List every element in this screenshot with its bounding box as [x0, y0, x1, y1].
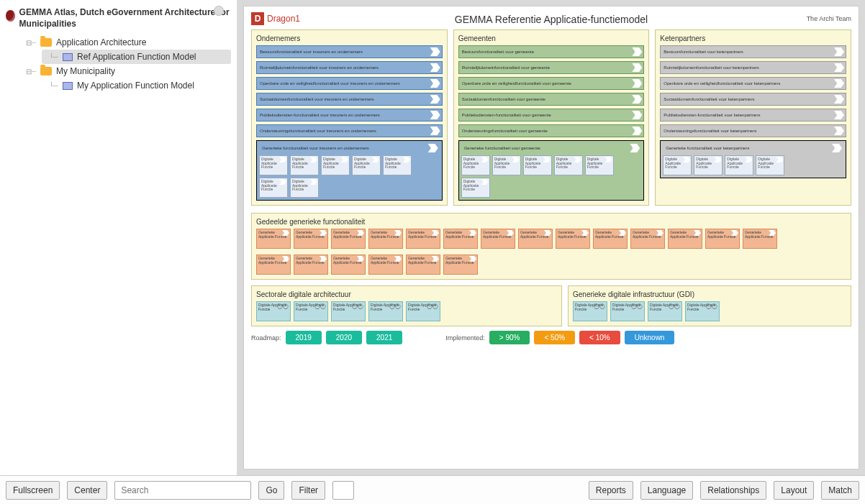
generic-function[interactable]: Generieke Applicatie Functie — [556, 229, 590, 249]
function-bar[interactable]: Ruimtelijkdomeinfunctionaliteit voor gem… — [458, 61, 645, 74]
filter-button[interactable]: Filter — [291, 481, 325, 500]
digital-function[interactable]: Digitale Applicatie Functie◯◯ — [331, 301, 366, 321]
function-bar[interactable]: Publieksdiensten-functionaliteit voor in… — [256, 109, 443, 122]
generic-function[interactable]: Generieke Applicatie Functie — [481, 229, 515, 249]
digital-function[interactable]: Digitale Applicatie Functie◯◯ — [256, 301, 291, 321]
mini-function[interactable]: Digitale Applicatie Functie — [259, 155, 288, 175]
mini-function[interactable]: Digitale Applicatie Functie — [725, 155, 753, 175]
generic-function[interactable]: Generieke Applicatie Functie — [443, 255, 478, 275]
mini-function[interactable]: Digitale Applicatie Functie — [290, 178, 319, 198]
digital-function[interactable]: Digitale Applicatie Functie◯◯ — [573, 301, 607, 321]
root-title: GEMMA Atlas, Dutch eGovernment Architect… — [19, 7, 231, 29]
search-input[interactable] — [114, 481, 251, 500]
generic-function[interactable]: Generieke Applicatie Functie — [368, 229, 403, 249]
arrow-icon — [357, 256, 364, 262]
roadmap-year[interactable]: 2019 — [286, 331, 322, 344]
fullscreen-button[interactable]: Fullscreen — [6, 481, 60, 500]
arrow-icon — [605, 157, 612, 162]
generic-function[interactable]: Generieke Applicatie Functie — [294, 229, 328, 249]
generic-function[interactable]: Generieke Applicatie Functie — [331, 229, 366, 249]
function-bar[interactable]: Ondersteuningsfunctionaliteit voor keten… — [660, 124, 846, 137]
impl-status[interactable]: Unknown — [625, 331, 675, 344]
function-bar[interactable]: Generieke functionaliteit voor ketenpart… — [663, 143, 843, 153]
reports-button[interactable]: Reports — [589, 481, 633, 500]
mini-function[interactable]: Digitale Applicatie Functie — [492, 155, 521, 175]
generic-function[interactable]: Generieke Applicatie Functie — [743, 229, 777, 249]
digital-function[interactable]: Digitale Applicatie Functie◯◯ — [610, 301, 645, 321]
digital-function[interactable]: Digitale Applicatie Functie◯◯ — [294, 301, 328, 321]
function-bar[interactable]: Ondersteuningsfunctionaliteit voor inwon… — [256, 124, 443, 137]
generic-function[interactable]: Generieke Applicatie Functie — [443, 229, 478, 249]
layout-button[interactable]: Layout — [774, 481, 814, 500]
function-bar[interactable]: Ruimtelijkdomeinfunctionaliteit voor ket… — [660, 61, 846, 74]
arrow-icon — [731, 230, 738, 236]
folder-icon — [40, 67, 52, 75]
function-bar[interactable]: Bestuursfunctionaliteit voor gemeente — [458, 45, 645, 58]
function-bar[interactable]: Ruimtelijkdomeinfunctionaliteit voor inw… — [256, 61, 443, 74]
language-button[interactable]: Language — [640, 481, 693, 500]
roadmap-year[interactable]: 2021 — [366, 331, 402, 344]
function-bar[interactable]: Generieke functionaliteit voor gemeente — [461, 143, 642, 153]
tree-root[interactable]: GEMMA Atlas, Dutch eGovernment Architect… — [6, 7, 231, 29]
impl-status[interactable]: < 50% — [534, 331, 575, 344]
generic-function[interactable]: Generieke Applicatie Functie — [668, 229, 702, 249]
mini-function[interactable]: Digitale Applicatie Functie — [321, 155, 350, 175]
function-bar[interactable]: Openbare orde en veiligheidfunctionalite… — [458, 77, 645, 90]
digital-function[interactable]: Digitale Applicatie Functie◯◯ — [368, 301, 403, 321]
tree-folder[interactable]: ⊟┄Application Architecture — [19, 35, 231, 50]
impl-status[interactable]: < 10% — [579, 331, 620, 344]
center-button[interactable]: Center — [67, 481, 107, 500]
roadmap-year[interactable]: 2020 — [326, 331, 362, 344]
function-bar[interactable]: Ondersteuningsfunctionaliteit voor gemee… — [458, 124, 645, 137]
arrow-icon — [282, 230, 289, 236]
function-bar[interactable]: Publieksdiensten-functionaliteit voor ge… — [458, 109, 645, 122]
mini-function[interactable]: Digitale Applicatie Functie — [461, 178, 490, 198]
generic-function[interactable]: Generieke Applicatie Functie — [630, 229, 665, 249]
function-bar[interactable]: Sociaaldomeinfunctionaliteit voor inwone… — [256, 93, 443, 106]
mini-function[interactable]: Digitale Applicatie Functie — [461, 155, 490, 175]
function-bar[interactable]: Openbare orde en veiligheidfunctionalite… — [256, 77, 443, 90]
mini-function[interactable]: Digitale Applicatie Functie — [585, 155, 614, 175]
mini-function[interactable]: Digitale Applicatie Functie — [523, 155, 552, 175]
tree-item[interactable]: └┄My Application Function Model — [42, 78, 231, 93]
relationships-button[interactable]: Relationships — [700, 481, 766, 500]
generic-function[interactable]: Generieke Applicatie Functie — [406, 229, 440, 249]
component-icon: ◯◯ — [594, 303, 605, 309]
digital-function[interactable]: Digitale Applicatie Functie◯◯ — [406, 301, 440, 321]
mini-function[interactable]: Digitale Applicatie Functie — [554, 155, 583, 175]
function-bar[interactable]: Bestuursfunctionaliteit voor ketenpartne… — [660, 45, 846, 58]
generic-function[interactable]: Generieke Applicatie Functie — [518, 229, 553, 249]
generic-function[interactable]: Generieke Applicatie Functie — [368, 255, 403, 275]
mini-function[interactable]: Digitale Applicatie Functie — [694, 155, 723, 175]
function-bar[interactable]: Sociaaldomeinfunctionaliteit voor gemeen… — [458, 93, 645, 106]
arrow-icon — [683, 157, 690, 162]
function-bar[interactable]: Openbare orde en veiligheidfunctionalite… — [660, 77, 846, 90]
match-button[interactable]: Match — [821, 481, 859, 500]
function-bar[interactable]: Generieke functionaliteit voor inwoners … — [259, 143, 440, 153]
mini-function[interactable]: Digitale Applicatie Functie — [259, 178, 288, 198]
impl-status[interactable]: > 90% — [489, 331, 530, 344]
generic-function[interactable]: Generieke Applicatie Functie — [406, 255, 440, 275]
arrow-icon — [430, 127, 440, 135]
filter-input[interactable] — [332, 481, 354, 500]
generic-function[interactable]: Generieke Applicatie Functie — [256, 229, 291, 249]
arrow-icon — [632, 63, 642, 72]
mini-function[interactable]: Digitale Applicatie Functie — [756, 155, 784, 175]
go-button[interactable]: Go — [258, 481, 284, 500]
generic-function[interactable]: Generieke Applicatie Functie — [331, 255, 366, 275]
generic-function[interactable]: Generieke Applicatie Functie — [256, 255, 291, 275]
function-bar[interactable]: Bestuursfunctionaliteit voor inwoners en… — [256, 45, 443, 58]
mini-function[interactable]: Digitale Applicatie Functie — [352, 155, 381, 175]
digital-function[interactable]: Digitale Applicatie Functie◯◯ — [685, 301, 720, 321]
mini-function[interactable]: Digitale Applicatie Functie — [663, 155, 692, 175]
generic-function[interactable]: Generieke Applicatie Functie — [705, 229, 740, 249]
generic-function[interactable]: Generieke Applicatie Functie — [294, 255, 328, 275]
function-bar[interactable]: Sociaaldomeinfunctionaliteit voor ketenp… — [660, 93, 846, 106]
function-bar[interactable]: Publieksdiensten-functionaliteit voor ke… — [660, 109, 846, 122]
tree-item[interactable]: └┄Ref Application Function Model — [42, 50, 231, 64]
mini-function[interactable]: Digitale Applicatie Functie — [383, 155, 412, 175]
mini-function[interactable]: Digitale Applicatie Functie — [290, 155, 319, 175]
digital-function[interactable]: Digitale Applicatie Functie◯◯ — [648, 301, 682, 321]
generic-function[interactable]: Generieke Applicatie Functie — [593, 229, 628, 249]
tree-folder[interactable]: ⊟┄My Municipality — [19, 64, 231, 78]
